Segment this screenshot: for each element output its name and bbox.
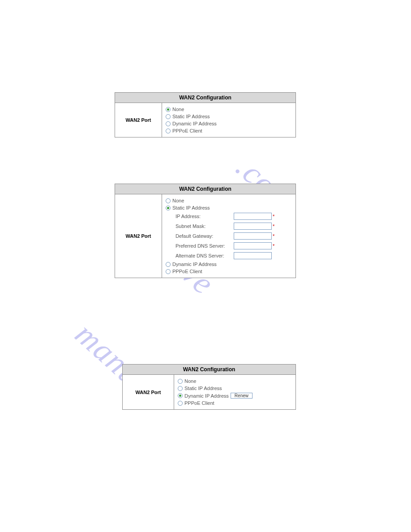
radio-label: None xyxy=(172,107,184,112)
radio-option-dynamic[interactable]: Dynamic IP Address xyxy=(166,261,292,268)
radio-icon xyxy=(178,393,183,398)
field-label: Preferred DNS Server: xyxy=(176,243,234,249)
radio-option-dynamic[interactable]: Dynamic IP Address Renew xyxy=(178,392,292,399)
radio-option-pppoe[interactable]: PPPoE Client xyxy=(166,127,292,134)
radio-option-pppoe[interactable]: PPPoE Client xyxy=(166,268,292,275)
radio-option-dynamic[interactable]: Dynamic IP Address xyxy=(166,120,292,127)
radio-icon xyxy=(166,198,171,203)
radio-option-none[interactable]: None xyxy=(166,197,292,204)
radio-option-none[interactable]: None xyxy=(166,106,292,113)
radio-label: PPPoE Client xyxy=(172,269,202,274)
required-marker: * xyxy=(273,223,274,229)
panel-title: WAN2 Configuration xyxy=(115,184,295,194)
preferred-dns-input[interactable] xyxy=(234,242,272,249)
radio-icon xyxy=(178,401,183,406)
panel-left-label: WAN2 Port xyxy=(115,103,162,137)
radio-label: None xyxy=(172,198,184,203)
ip-address-input[interactable] xyxy=(234,213,272,220)
wan2-config-panel-1: WAN2 Configuration WAN2 Port None Static… xyxy=(115,92,296,137)
radio-label: None xyxy=(184,378,196,384)
required-marker: * xyxy=(273,243,274,249)
radio-option-static[interactable]: Static IP Address xyxy=(166,113,292,120)
subnet-mask-input[interactable] xyxy=(234,223,272,230)
radio-label: Dynamic IP Address xyxy=(172,121,217,126)
radio-icon xyxy=(166,114,171,119)
field-label: IP Address: xyxy=(176,214,234,219)
radio-label: Static IP Address xyxy=(172,114,210,119)
panel-right-content: None Static IP Address Dynamic IP Addres… xyxy=(162,103,295,137)
field-alternate-dns: Alternate DNS Server: xyxy=(166,251,292,261)
radio-icon xyxy=(166,206,171,210)
panel-right-content: None Static IP Address Dynamic IP Addres… xyxy=(174,375,295,409)
field-ip-address: IP Address: * xyxy=(166,211,292,221)
panel-title: WAN2 Configuration xyxy=(115,93,295,103)
radio-label: PPPoE Client xyxy=(184,400,214,406)
radio-label: PPPoE Client xyxy=(172,128,202,133)
field-label: Subnet Mask: xyxy=(176,223,234,229)
radio-icon xyxy=(166,262,171,267)
default-gateway-input[interactable] xyxy=(234,232,272,240)
radio-icon xyxy=(178,386,183,391)
panel-left-label: WAN2 Port xyxy=(115,194,162,278)
radio-option-pppoe[interactable]: PPPoE Client xyxy=(178,399,292,407)
alternate-dns-input[interactable] xyxy=(234,252,272,259)
radio-option-static[interactable]: Static IP Address xyxy=(166,204,292,211)
radio-label: Dynamic IP Address xyxy=(184,393,229,399)
panel-right-content: None Static IP Address IP Address: * Sub… xyxy=(162,194,295,278)
wan2-config-panel-3: WAN2 Configuration WAN2 Port None Static… xyxy=(122,364,296,410)
field-label: Default Gateway: xyxy=(176,233,234,239)
required-marker: * xyxy=(273,214,274,219)
radio-option-static[interactable]: Static IP Address xyxy=(178,385,292,392)
radio-option-none[interactable]: None xyxy=(178,378,292,385)
wan2-config-panel-2: WAN2 Configuration WAN2 Port None Static… xyxy=(115,184,296,278)
radio-icon xyxy=(166,269,171,274)
field-default-gateway: Default Gateway: * xyxy=(166,231,292,241)
field-preferred-dns: Preferred DNS Server: * xyxy=(166,241,292,251)
required-marker: * xyxy=(273,233,274,239)
radio-icon xyxy=(166,121,171,126)
field-subnet-mask: Subnet Mask: * xyxy=(166,221,292,231)
radio-label: Static IP Address xyxy=(184,386,222,391)
radio-icon xyxy=(166,107,171,112)
radio-icon xyxy=(166,129,171,133)
field-label: Alternate DNS Server: xyxy=(176,253,234,258)
panel-title: WAN2 Configuration xyxy=(123,365,295,375)
radio-label: Static IP Address xyxy=(172,205,210,210)
radio-label: Dynamic IP Address xyxy=(172,262,217,267)
renew-button[interactable]: Renew xyxy=(231,393,253,399)
panel-left-label: WAN2 Port xyxy=(123,375,174,409)
radio-icon xyxy=(178,379,183,384)
